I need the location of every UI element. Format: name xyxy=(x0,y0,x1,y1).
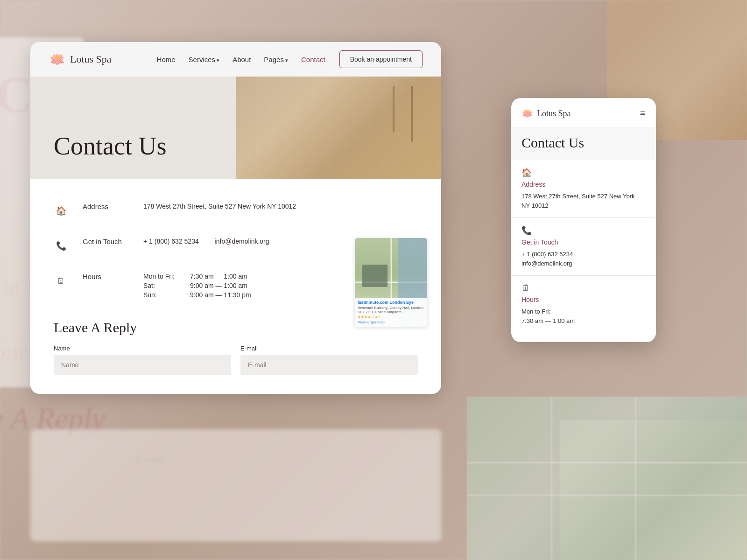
map-rating: ★★★★☆ 4.5 xyxy=(358,315,424,319)
mobile-navbar: 🪷 Lotus Spa ≡ xyxy=(511,98,656,127)
mobile-hours-day: Mon to Fri: xyxy=(521,307,646,316)
mobile-phone-icon: 📞 xyxy=(521,225,646,236)
nav-home[interactable]: Home xyxy=(157,56,176,63)
nav-pages[interactable]: Pages xyxy=(264,56,288,63)
hours-day-1: Mon to Fri: xyxy=(143,273,181,280)
hours-time-3: 9:00 am — 11:30 pm xyxy=(190,291,251,299)
mobile-address-section: 🏠 Address 178 West 27th Street, Suite 52… xyxy=(511,160,656,218)
nav-services[interactable]: Services xyxy=(189,56,220,63)
mobile-hours-time: 7:30 am — 1:00 am xyxy=(521,316,646,326)
mobile-logo-text: Lotus Spa xyxy=(537,109,571,119)
email-label: E-mail xyxy=(240,345,418,352)
clock-icon: 🗓 xyxy=(54,273,69,288)
mobile-clock-icon: 🗓 xyxy=(521,283,646,293)
hours-time-1: 7:30 am — 1:00 am xyxy=(190,273,247,280)
book-button[interactable]: Book an appointment xyxy=(339,50,423,68)
map-overlay: lastminute.com London Eye Riverside Buil… xyxy=(355,298,427,327)
name-group: Name xyxy=(54,345,231,375)
nav-about[interactable]: About xyxy=(233,56,251,63)
mobile-email-value: info@demolink.org xyxy=(521,259,646,268)
email-input[interactable] xyxy=(240,355,418,375)
form-row: Name E-mail xyxy=(54,345,418,375)
mobile-hours-label: Hours xyxy=(521,296,646,303)
mobile-lotus-icon: 🪷 xyxy=(521,108,533,119)
lotus-icon: 🪷 xyxy=(49,52,65,67)
name-label: Name xyxy=(54,345,231,352)
mobile-contact-label: Get in Touch xyxy=(521,238,646,246)
name-input[interactable] xyxy=(54,355,231,375)
mobile-contact-section: 📞 Get in Touch + 1 (800) 632 5234 info@d… xyxy=(511,218,656,276)
hours-label: Hours xyxy=(83,273,129,280)
mobile-contact-value: + 1 (800) 632 5234 info@demolink.org xyxy=(521,250,646,268)
phone-value: + 1 (800) 632 5234 xyxy=(143,238,199,245)
hours-day-2: Sat: xyxy=(143,282,181,289)
desktop-card: 🪷 Lotus Spa Home Services About Pages Co… xyxy=(30,42,441,394)
mobile-hours-section: 🗓 Hours Mon to Fri: 7:30 am — 1:00 am xyxy=(511,276,656,333)
map-thumbnail: lastminute.com London Eye Riverside Buil… xyxy=(355,238,427,327)
logo-text: Lotus Spa xyxy=(70,53,112,65)
map-address: Riverside Building, County Hall, London … xyxy=(358,306,424,314)
logo-area: 🪷 Lotus Spa xyxy=(49,52,112,67)
phone-icon: 📞 xyxy=(54,238,69,253)
address-label: Address xyxy=(83,203,129,210)
mobile-page-title: Contact Us xyxy=(521,135,646,151)
nav-links: Home Services About Pages Contact xyxy=(157,56,325,63)
home-icon: 🏠 xyxy=(54,203,69,218)
mobile-card: 🪷 Lotus Spa ≡ Contact Us 🏠 Address 178 W… xyxy=(511,98,656,342)
mobile-address-value: 178 West 27th Street, Suite 527 New York… xyxy=(521,192,646,210)
hero-section: Contact Us xyxy=(30,77,441,179)
page-title: Contact Us xyxy=(54,132,166,161)
hamburger-menu[interactable]: ≡ xyxy=(640,107,646,119)
email-group: E-mail xyxy=(240,345,418,375)
hours-time-2: 9:00 am — 1:00 am xyxy=(190,282,247,289)
map-link[interactable]: View larger map xyxy=(358,320,424,324)
mobile-hours-value: Mon to Fri: 7:30 am — 1:00 am xyxy=(521,307,646,325)
email-value: info@demolink.org xyxy=(215,238,269,245)
mobile-address-label: Address xyxy=(521,181,646,188)
bg-map xyxy=(467,397,747,560)
hours-day-3: Sun: xyxy=(143,291,181,299)
mobile-home-icon: 🏠 xyxy=(521,168,646,178)
address-value: 178 West 27th Street, Suite 527 New York… xyxy=(143,203,418,210)
mobile-hero: Contact Us xyxy=(511,127,656,160)
map-label: lastminute.com London Eye xyxy=(358,300,424,305)
navbar: 🪷 Lotus Spa Home Services About Pages Co… xyxy=(30,42,441,77)
mobile-phone-value: + 1 (800) 632 5234 xyxy=(521,250,646,259)
contact-label: Get in Touch xyxy=(83,238,129,245)
mobile-logo-area: 🪷 Lotus Spa xyxy=(521,108,640,119)
bg-blur-card-bottom xyxy=(30,429,441,541)
address-section: 🏠 Address 178 West 27th Street, Suite 52… xyxy=(54,193,418,228)
nav-contact[interactable]: Contact xyxy=(301,56,325,63)
